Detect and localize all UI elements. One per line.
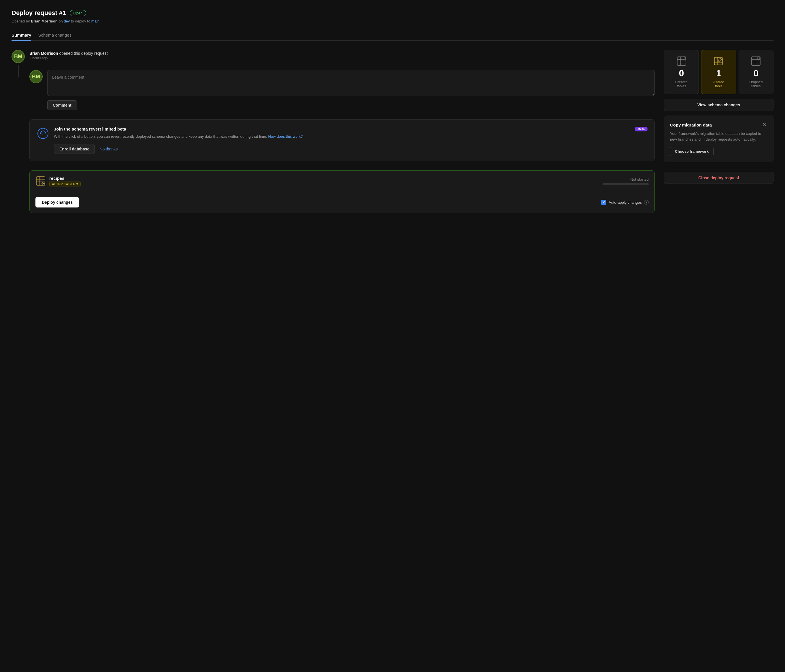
timeline-author: Brian Morrison [30,51,58,56]
right-column: 0 Createdtables 1 Alteredtable [664,50,774,184]
timeline-text: Brian Morrison opened this deploy reques… [30,51,655,56]
checkmark-icon: ✓ [602,200,605,204]
created-count: 0 [679,69,684,78]
table-edit-icon-stat [713,56,724,66]
divider [664,167,774,167]
deploy-status-area: Not started [603,177,649,185]
migration-description: Your framework's migration table data ca… [670,131,768,142]
comment-input[interactable] [47,70,655,96]
status-badge: Open [70,10,86,16]
timeline-line [18,65,19,77]
auto-apply-checkbox[interactable]: ✓ [601,200,606,205]
auto-apply-label: Auto-apply changes [608,200,642,205]
deploy-card-footer: Deploy changes ✓ Auto-apply changes ? [30,192,654,213]
table-edit-icon [36,176,46,186]
migration-close-button[interactable]: ✕ [762,122,768,128]
tab-summary[interactable]: Summary [11,33,31,41]
stat-card-dropped: 0 Droppedtables [739,50,774,94]
enroll-database-button[interactable]: Enroll database [54,144,95,154]
main-layout: BM Brian Morrison opened this deploy req… [11,50,774,213]
comment-button[interactable]: Comment [47,100,77,110]
comment-section: BM Comment [30,70,655,110]
auto-apply-row: ✓ Auto-apply changes ? [601,200,649,205]
table-name: recipes [49,176,81,181]
svg-point-0 [38,128,48,139]
chevron-down-icon: ▾ [77,182,78,186]
subtitle-prefix: Opened by [11,19,31,23]
beta-card: Join the schema revert limited beta Beta… [30,119,655,161]
tab-bar: Summary Schema changes [11,33,774,41]
subtitle-join: to deploy to [70,19,91,23]
progress-bar [603,183,649,185]
beta-title: Join the schema revert limited beta [54,127,126,131]
timeline-content: Brian Morrison opened this deploy reques… [30,50,655,60]
no-thanks-button[interactable]: No thanks [99,147,117,151]
left-column: BM Brian Morrison opened this deploy req… [11,50,655,213]
deploy-status: Not started [603,177,649,181]
deploy-card: recipes ALTER TABLE ▾ Not started Deploy [30,170,655,213]
subtitle: Opened by Brian Morrison on dev to deplo… [11,19,774,23]
avatar: BM [11,50,25,63]
migration-title: Copy migration data [670,122,712,127]
altered-count: 1 [716,69,721,78]
branch-to-link[interactable]: main [91,19,99,23]
dropped-label: Droppedtables [749,80,763,88]
timeline-action: opened this deploy request [58,51,108,56]
timeline-item: BM Brian Morrison opened this deploy req… [11,50,655,63]
deploy-changes-button[interactable]: Deploy changes [36,197,79,208]
alter-badge: ALTER TABLE ▾ [49,181,81,186]
stat-card-created: 0 Createdtables [664,50,699,94]
timeline-time: 2 hours ago [30,56,655,60]
migration-header: Copy migration data ✕ [670,122,768,128]
table-minus-icon [751,56,761,66]
beta-actions: Enroll database No thanks [54,144,647,154]
stats-row: 0 Createdtables 1 Alteredtable [664,50,774,94]
beta-badge: Beta [635,127,647,131]
second-timeline-item: BM Comment [30,70,655,110]
stat-card-altered: 1 Alteredtable [701,50,736,94]
subtitle-mid: on [58,19,64,23]
how-does-this-work-link[interactable]: How does this work? [268,134,303,139]
close-deploy-request-button[interactable]: Close deploy request [664,172,774,184]
revert-icon [37,127,49,140]
branch-from-link[interactable]: dev [64,19,70,23]
page-title: Deploy request #1 [11,9,66,17]
migration-card: Copy migration data ✕ Your framework's m… [664,116,774,162]
table-details: recipes ALTER TABLE ▾ [49,176,81,187]
table-add-icon [676,56,687,66]
tab-schema-changes[interactable]: Schema changes [38,33,72,41]
altered-label: Alteredtable [713,80,724,88]
view-schema-changes-button[interactable]: View schema changes [664,99,774,111]
choose-framework-button[interactable]: Choose framework [670,147,713,156]
dropped-count: 0 [753,69,758,78]
help-icon[interactable]: ? [644,200,649,205]
beta-body: Join the schema revert limited beta Beta… [54,127,647,154]
author-name: Brian Morrison [31,19,57,23]
commenter-avatar: BM [30,70,43,83]
page-header: Deploy request #1 Open Opened by Brian M… [11,9,774,23]
created-label: Createdtables [675,80,688,88]
deploy-table-info: recipes ALTER TABLE ▾ [36,176,81,187]
timeline: BM Brian Morrison opened this deploy req… [11,50,655,70]
beta-description: With the click of a button, you can reve… [54,134,647,139]
beta-header: Join the schema revert limited beta Beta [54,127,647,131]
deploy-card-header: recipes ALTER TABLE ▾ Not started [30,170,654,192]
